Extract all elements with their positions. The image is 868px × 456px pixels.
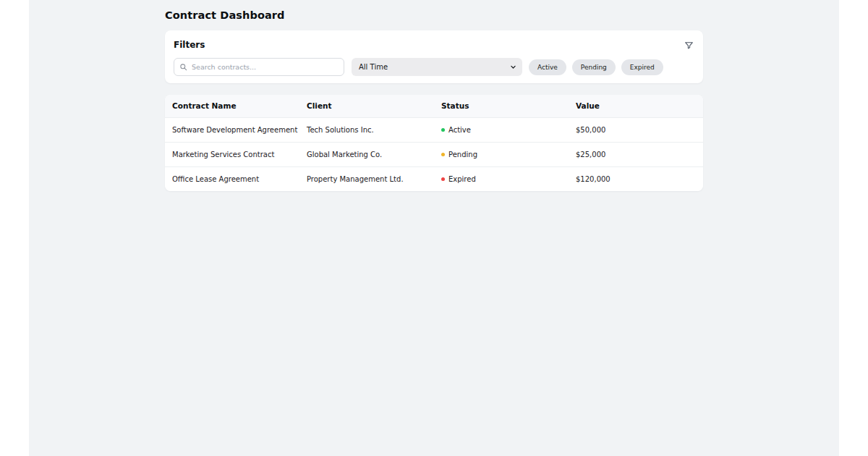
dashboard-content: Contract Dashboard Filters All Ti [165, 0, 703, 191]
column-header-contract-name: Contract Name [165, 95, 299, 117]
contracts-table-card: Contract Name Client Status Value Softwa… [165, 95, 703, 191]
cell-client: Property Management Ltd. [299, 166, 434, 191]
filter-funnel-icon[interactable] [683, 39, 694, 51]
status-dot-pending [441, 153, 445, 156]
cell-client: Global Marketing Co. [299, 142, 434, 166]
status-label: Active [448, 126, 471, 134]
cell-status: Active [434, 117, 569, 142]
cell-value: $50,000 [569, 117, 703, 142]
cell-contract-name: Software Development Agreement [165, 117, 299, 142]
status-dot-expired [441, 177, 445, 181]
status-label: Pending [448, 151, 477, 159]
page-title: Contract Dashboard [165, 9, 703, 21]
table-row: Marketing Services Contract Global Marke… [165, 142, 703, 166]
table-row: Office Lease Agreement Property Manageme… [165, 166, 703, 191]
column-header-client: Client [299, 95, 434, 117]
filters-controls: All Time Active Pending Expired [174, 58, 694, 76]
cell-client: Tech Solutions Inc. [299, 117, 434, 142]
status-label: Expired [448, 175, 476, 183]
search-input[interactable] [174, 58, 344, 76]
column-header-status: Status [434, 95, 569, 117]
cell-value: $25,000 [569, 142, 703, 166]
cell-contract-name: Office Lease Agreement [165, 166, 299, 191]
filters-heading: Filters [174, 40, 694, 50]
cell-status: Pending [434, 142, 569, 166]
contracts-table: Contract Name Client Status Value Softwa… [165, 95, 703, 191]
filter-pill-expired[interactable]: Expired [621, 59, 663, 75]
date-range-select-wrapper: All Time [352, 58, 522, 76]
cell-contract-name: Marketing Services Contract [165, 142, 299, 166]
filters-card: Filters All Time [165, 30, 703, 83]
filter-pill-pending[interactable]: Pending [572, 59, 616, 75]
date-range-select[interactable]: All Time [352, 58, 522, 76]
filter-pill-active[interactable]: Active [529, 59, 566, 75]
column-header-value: Value [569, 95, 703, 117]
cell-status: Expired [434, 166, 569, 191]
table-row: Software Development Agreement Tech Solu… [165, 117, 703, 142]
cell-value: $120,000 [569, 166, 703, 191]
search-field-wrapper [174, 58, 344, 76]
status-dot-active [441, 128, 445, 132]
table-header-row: Contract Name Client Status Value [165, 95, 703, 117]
